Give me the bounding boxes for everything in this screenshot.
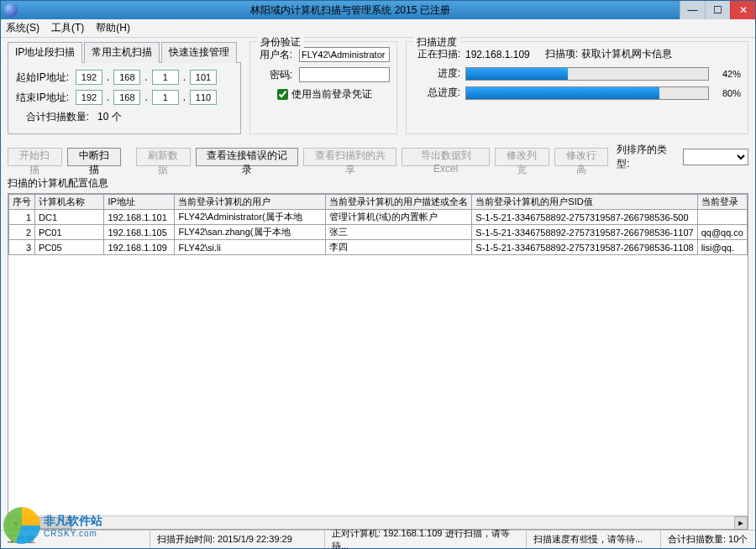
col-width-button[interactable]: 修改列宽 (495, 148, 549, 166)
start-ip-1[interactable] (76, 70, 102, 85)
table-cell: FLY42\si.li (175, 240, 326, 255)
column-header[interactable]: 当前登录 (697, 195, 747, 210)
username-input[interactable] (299, 47, 390, 62)
close-button[interactable]: ✕ (730, 1, 755, 19)
refresh-button[interactable]: 刷新数据 (136, 148, 191, 166)
table-row[interactable]: 2PC01192.168.1.105FLY42\san.zhang(属于本地张三… (9, 225, 748, 240)
count-value: 10 个 (97, 110, 122, 124)
table-cell: 192.168.1.101 (104, 210, 175, 225)
pwd-label: 密码: (257, 68, 292, 82)
scanitem-value: 获取计算机网卡信息 (581, 47, 672, 61)
row-height-button[interactable]: 修改行高 (554, 148, 609, 166)
horizontal-scrollbar[interactable]: ◄ ► (8, 515, 748, 529)
table-cell: FLY42\san.zhang(属于本地 (175, 225, 326, 240)
app-window: 林阳域内计算机扫描与管理系统 2015 已注册 — ☐ ✕ 系统(S) 工具(T… (0, 0, 756, 549)
column-header[interactable]: 当前登录计算机的用户 (175, 195, 326, 210)
scroll-left-icon[interactable]: ◄ (8, 516, 22, 530)
auth-group: 身份验证 用户名: 密码: 使用当前登录凭证 (249, 41, 397, 134)
progress-group: 扫描进度 正在扫描: 192.168.1.109 扫描项: 获取计算机网卡信息 … (406, 41, 748, 134)
end-ip-label: 结束IP地址: (13, 91, 69, 105)
status-count: 合计扫描数量: 10个 (661, 531, 755, 548)
end-ip-1[interactable] (76, 90, 102, 105)
end-ip-3[interactable] (152, 90, 179, 105)
toolbar: 开始扫描 中断扫描 刷新数据 查看连接错误的记录 查看扫描到的共享 导出数据到E… (8, 143, 748, 171)
table-cell: 2 (9, 225, 35, 240)
menu-help[interactable]: 帮助(H) (96, 21, 130, 35)
scan-config: IP地址段扫描 常用主机扫描 快速连接管理 起始IP地址: . . . 结束IP… (8, 41, 241, 134)
start-ip-label: 起始IP地址: (13, 71, 69, 85)
use-current-checkbox[interactable] (277, 89, 288, 100)
menu-system[interactable]: 系统(S) (6, 21, 39, 35)
end-ip-2[interactable] (113, 90, 140, 105)
column-header[interactable]: 序号 (9, 195, 35, 210)
table-label: 扫描的计算机配置信息 (8, 176, 748, 191)
status-current: 正对计算机: 192.168.1.109 进行扫描，请等待... (325, 531, 527, 548)
start-scan-button[interactable]: 开始扫描 (8, 148, 62, 166)
stop-scan-button[interactable]: 中断扫描 (67, 148, 122, 166)
progress-pct: 42% (716, 69, 741, 79)
app-icon (4, 3, 18, 17)
start-ip-4[interactable] (190, 70, 217, 85)
tab-connmgr[interactable]: 快速连接管理 (161, 42, 237, 63)
table-cell: 1 (9, 210, 35, 225)
table-cell: 192.168.1.105 (104, 225, 175, 240)
password-input[interactable] (299, 67, 390, 82)
column-header[interactable]: 计算机名称 (35, 195, 104, 210)
progress-legend: 扫描进度 (413, 35, 460, 50)
scanitem-label: 扫描项: (545, 47, 578, 61)
scroll-thumb[interactable] (22, 517, 72, 529)
table-cell: DC1 (35, 210, 104, 225)
table-cell: S-1-5-21-3346758892-2757319587-266798536… (472, 240, 697, 255)
total-pct: 80% (716, 88, 741, 98)
status-copyright: 工作室 (1, 531, 150, 548)
maximize-button[interactable]: ☐ (705, 1, 730, 19)
table-cell (697, 210, 747, 225)
tab-ipscan[interactable]: IP地址段扫描 (8, 42, 82, 63)
table-cell: FLY42\Administrator(属于本地 (175, 210, 326, 225)
results-table: 序号计算机名称IP地址当前登录计算机的用户当前登录计算机的用户描述或全名当前登录… (8, 194, 748, 255)
table-cell: 192.168.1.109 (104, 240, 175, 255)
start-ip-2[interactable] (113, 70, 140, 85)
view-errors-button[interactable]: 查看连接错误的记录 (196, 148, 299, 166)
sort-type-select[interactable] (683, 149, 748, 165)
menu-tools[interactable]: 工具(T) (51, 21, 84, 35)
progress-bar (465, 67, 709, 81)
auth-legend: 身份验证 (257, 35, 304, 50)
table-cell: 管理计算机(域)的内置帐户 (326, 210, 472, 225)
table-row[interactable]: 1DC1192.168.1.101FLY42\Administrator(属于本… (9, 210, 748, 225)
use-current-label: 使用当前登录凭证 (291, 87, 372, 102)
table-cell: PC05 (35, 240, 104, 255)
ipscan-panel: 起始IP地址: . . . 结束IP地址: . . . 合计扫描数量 (8, 62, 241, 134)
column-header[interactable]: 当前登录计算机的用户SID值 (472, 195, 697, 210)
progress-label: 进度: (413, 66, 460, 81)
status-start-time: 扫描开始时间: 2015/1/9 22:39:29 (150, 531, 325, 548)
titlebar: 林阳域内计算机扫描与管理系统 2015 已注册 — ☐ ✕ (1, 1, 755, 19)
window-title: 林阳域内计算机扫描与管理系统 2015 已注册 (21, 3, 680, 18)
table-cell: PC01 (35, 225, 104, 240)
table-cell: 张三 (326, 225, 472, 240)
export-excel-button[interactable]: 导出数据到Excel (402, 148, 490, 166)
view-shares-button[interactable]: 查看扫描到的共享 (303, 148, 396, 166)
scanning-ip: 192.168.1.109 (465, 49, 530, 60)
column-header[interactable]: IP地址 (104, 195, 175, 210)
scroll-right-icon[interactable]: ► (734, 516, 748, 530)
table-cell: qq@qq.co (697, 225, 747, 240)
total-label: 总进度: (413, 86, 460, 100)
statusbar: 工作室 扫描开始时间: 2015/1/9 22:39:29 正对计算机: 192… (1, 530, 755, 548)
table-row[interactable]: 3PC05192.168.1.109FLY42\si.li李四S-1-5-21-… (9, 240, 748, 255)
column-header[interactable]: 当前登录计算机的用户描述或全名 (326, 195, 472, 210)
table-cell: S-1-5-21-3346758892-2757319587-266798536… (472, 225, 697, 240)
table-cell: S-1-5-21-3346758892-2757319587-266798536… (472, 210, 697, 225)
sort-label: 列排序的类型: (617, 143, 678, 171)
end-ip-4[interactable] (190, 90, 217, 105)
total-progress-bar (465, 86, 709, 100)
table-cell: lisi@qq. (697, 240, 747, 255)
tab-hostscan[interactable]: 常用主机扫描 (84, 42, 160, 63)
main-area: IP地址段扫描 常用主机扫描 快速连接管理 起始IP地址: . . . 结束IP… (1, 38, 755, 530)
start-ip-3[interactable] (152, 70, 179, 85)
user-label: 用户名: (257, 48, 292, 62)
status-speed: 扫描速度有些慢，请等待... (527, 531, 661, 548)
minimize-button[interactable]: — (680, 1, 705, 19)
count-label: 合计扫描数量: (13, 110, 89, 124)
table-cell: 李四 (326, 240, 472, 255)
